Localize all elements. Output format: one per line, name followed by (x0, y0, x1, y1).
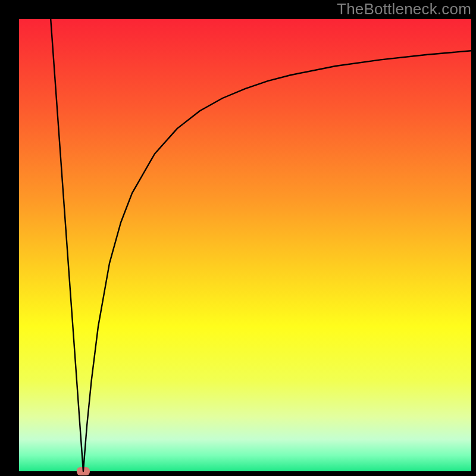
chart-container: TheBottleneck.com (0, 0, 476, 476)
watermark-label: TheBottleneck.com (337, 0, 471, 18)
plot-svg (0, 0, 476, 476)
plot-area (19, 19, 471, 471)
